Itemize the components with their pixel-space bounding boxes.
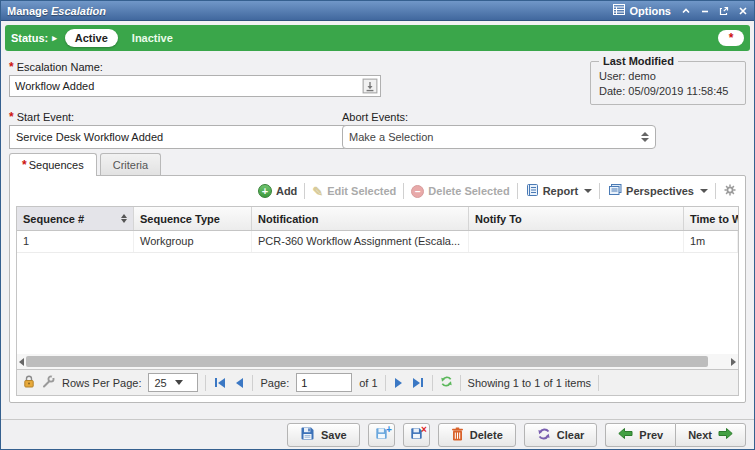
start-event-select[interactable]: Service Desk Workflow Added: [9, 125, 381, 149]
divider: [252, 375, 253, 391]
arrow-left-icon: [618, 428, 633, 441]
minimize-icon[interactable]: [700, 6, 710, 16]
cell-sequence-type: Workgroup: [134, 231, 252, 252]
lock-icon[interactable]: [23, 375, 35, 390]
pagination-bar: Rows Per Page: 25 Page: of 1: [17, 369, 738, 395]
save-and-close-button[interactable]: ×: [403, 423, 430, 447]
sequences-grid: Sequence # Sequence Type Notification No…: [16, 206, 739, 396]
window-title-prefix: Manage: [7, 5, 48, 17]
last-modified-date: Date: 05/09/2019 11:58:45: [599, 84, 739, 99]
escalation-name-input[interactable]: [9, 75, 381, 97]
plus-badge-icon: +: [386, 425, 392, 434]
save-button[interactable]: Save: [287, 423, 360, 447]
gear-icon[interactable]: [723, 183, 737, 199]
chevron-down-icon: [700, 189, 708, 193]
divider: [460, 375, 461, 391]
tab-sequences[interactable]: * Sequences: [9, 153, 97, 176]
column-header-label: Time to Wait: [690, 213, 738, 225]
manage-escalation-window: Manage Escalation Options Status: ▸ Acti…: [0, 0, 755, 450]
divider: [517, 183, 518, 199]
last-modified-user: User: demo: [599, 69, 739, 84]
sort-icon[interactable]: [121, 214, 127, 223]
required-asterisk: *: [9, 63, 14, 71]
column-header-notify-to[interactable]: Notify To: [469, 207, 684, 230]
start-event-label: * Start Event:: [9, 111, 74, 123]
clear-refresh-icon: [537, 427, 551, 443]
add-icon: +: [258, 184, 272, 198]
scrollbar-thumb[interactable]: [26, 356, 708, 367]
report-button[interactable]: Report: [525, 183, 592, 199]
escalation-name-label: * Escalation Name:: [9, 61, 103, 73]
edit-selected-label: Edit Selected: [327, 185, 396, 197]
form-area: * Escalation Name: Last Modified User: d…: [1, 55, 754, 153]
chevron-down-icon: [584, 189, 592, 193]
previous-page-button[interactable]: [234, 376, 245, 390]
scroll-right-icon[interactable]: [731, 358, 736, 366]
start-event-label-text: Start Event:: [17, 111, 74, 123]
escalation-name-label-text: Escalation Name:: [17, 61, 103, 73]
delete-button[interactable]: Delete: [438, 423, 516, 447]
popout-icon[interactable]: [719, 6, 729, 16]
column-header-time-to-wait[interactable]: Time to Wait: [684, 207, 738, 230]
page-label: Page:: [260, 377, 289, 389]
expand-editor-icon[interactable]: [362, 78, 378, 94]
circle-minus-icon: −: [411, 185, 424, 198]
prev-label: Prev: [639, 429, 663, 441]
tab-strip: * Sequences Criteria: [1, 153, 754, 175]
last-modified-legend: Last Modified: [599, 55, 678, 67]
add-button[interactable]: + Add: [258, 184, 297, 198]
window-title-emphasis: Escalation: [51, 5, 106, 17]
save-and-new-button[interactable]: +: [368, 423, 395, 447]
column-header-sequence-number[interactable]: Sequence #: [17, 207, 134, 230]
trash-icon: [451, 427, 464, 443]
perspectives-button[interactable]: Perspectives: [607, 184, 708, 199]
column-header-sequence-type[interactable]: Sequence Type: [134, 207, 252, 230]
clear-button[interactable]: Clear: [524, 423, 598, 447]
close-icon[interactable]: [738, 6, 748, 16]
grid-header-row: Sequence # Sequence Type Notification No…: [17, 207, 738, 231]
tab-criteria[interactable]: Criteria: [100, 153, 161, 175]
add-label: Add: [276, 185, 297, 197]
column-header-label: Notification: [258, 213, 319, 225]
prev-button[interactable]: Prev: [605, 423, 675, 447]
wrench-icon[interactable]: [42, 375, 55, 390]
divider: [205, 375, 206, 391]
divider: [598, 375, 599, 391]
column-header-notification[interactable]: Notification: [252, 207, 469, 230]
next-button[interactable]: Next: [675, 423, 746, 447]
page-total-label: of 1: [359, 377, 377, 389]
cell-notification: PCR-360 Workflow Assignment (Escala...: [252, 231, 469, 252]
divider: [304, 183, 305, 199]
report-label: Report: [543, 185, 578, 197]
delete-selected-button[interactable]: − Delete Selected: [411, 185, 509, 198]
edit-selected-button[interactable]: ✎ Edit Selected: [312, 184, 396, 199]
page-number-input[interactable]: [296, 373, 352, 392]
abort-events-select[interactable]: Make a Selection: [342, 125, 656, 149]
rows-per-page-select[interactable]: 25: [148, 373, 198, 392]
perspectives-icon: [607, 184, 622, 199]
options-menu-button[interactable]: Options: [613, 4, 671, 17]
refresh-icon[interactable]: [440, 375, 453, 390]
status-label: Status: ▸: [11, 32, 57, 44]
collapse-icon[interactable]: [681, 6, 691, 16]
x-badge-icon: ×: [421, 425, 427, 434]
rows-per-page-label: Rows Per Page:: [62, 377, 141, 389]
perspectives-label: Perspectives: [626, 185, 694, 197]
save-label: Save: [321, 429, 347, 441]
status-option-active[interactable]: Active: [65, 29, 118, 47]
abort-events-label-text: Abort Events:: [342, 111, 408, 123]
grid-toolbar: + Add ✎ Edit Selected − Delete Selected …: [16, 180, 739, 206]
scroll-left-icon[interactable]: [19, 358, 24, 366]
next-page-button[interactable]: [393, 376, 404, 390]
required-asterisk: *: [9, 113, 14, 121]
divider: [599, 183, 600, 199]
first-page-button[interactable]: [213, 376, 227, 390]
horizontal-scrollbar[interactable]: [17, 354, 738, 369]
last-page-button[interactable]: [411, 376, 425, 390]
table-row[interactable]: 1 Workgroup PCR-360 Workflow Assignment …: [17, 231, 738, 253]
cell-sequence-number: 1: [17, 231, 134, 252]
status-option-inactive[interactable]: Inactive: [126, 29, 179, 47]
next-label: Next: [688, 429, 712, 441]
required-indicator-pill: *: [718, 30, 744, 46]
clear-label: Clear: [557, 429, 585, 441]
